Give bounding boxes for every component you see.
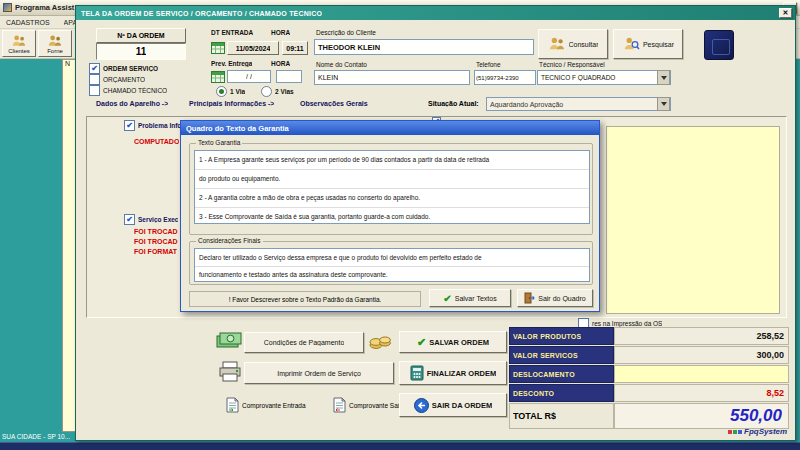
cash-icon [216,331,242,351]
brand-icon [728,430,742,434]
grand-total-label: TOTAL R$ [509,403,614,429]
warranty-text-group: Texto Garantia 1 - A Empresa garante seu… [189,143,593,235]
phone-field[interactable]: (51)99734-2390 [474,70,536,85]
save-order-button[interactable]: ✔ SALVAR ORDEM [399,331,507,353]
document-out-icon [333,397,346,413]
warranty-modal-titlebar: Quadro do Texto da Garantia [181,121,599,135]
total-row-value: 258,52 [614,327,789,345]
problem-checkbox[interactable]: ✔ Problema Infor [124,120,184,131]
total-row-value: 8,52 [614,384,789,402]
app-statusbar: SUA CIDADE - SP 10... [2,433,75,442]
situation-label: Situação Atual: [428,100,479,107]
warranty-modal: Quadro do Texto da Garantia Texto Garant… [180,120,600,312]
service-line: FOI TROCAD [134,228,178,235]
total-row-value: 300,00 [614,346,789,364]
entry-hour-value: 09:11 [282,41,308,55]
order-type-checkbox[interactable]: ✔ ORDEM SERVIÇO [89,63,158,74]
warranty-textarea[interactable]: 1 - A Empresa garante seus serviços por … [194,150,590,224]
search-button-label: Pesquisar [643,41,674,48]
background-list-header: N [63,60,75,67]
suppliers-icon [47,34,63,48]
save-texts-button[interactable]: ✔ Salvar Textos [429,289,511,307]
calculator-icon [410,365,424,381]
technician-label: Técnico / Responsável [539,61,605,68]
order-number-value: 11 [96,43,186,60]
clients-icon [11,34,27,48]
receipt-in-label: Comprovante Entrada [242,402,306,409]
warranty-line: do produto ou equipamento. [195,170,589,189]
check-icon: ✔ [417,337,426,347]
technician-select[interactable]: TECNICO F QUADRADO [537,70,671,85]
exit-frame-button[interactable]: Sair do Quadro [517,289,593,307]
chevron-down-icon[interactable] [657,70,670,85]
checkbox-icon [89,74,100,85]
toolbar-clients-button[interactable]: Clientes [2,30,36,57]
app-icon [3,3,12,12]
calendar-icon[interactable] [211,70,225,83]
entry-date-label: DT ENTRADA [211,29,253,36]
final-group-label: Considerações Finais [196,237,263,244]
final-considerations-group: Considerações Finais Declaro ter utiliza… [189,241,593,285]
tab-observacoes-gerais[interactable]: Observações Gerais [300,100,368,107]
background-list-panel: N [62,59,76,432]
printer-icon [218,361,242,383]
total-row-value [614,365,789,383]
techcall-type-checkbox[interactable]: CHAMADO TÉCNICO [89,85,167,96]
warranty-line: 2 - A garantia cobre a mão de obra e peç… [195,189,589,208]
budget-type-checkbox[interactable]: ORÇAMENTO [89,74,145,85]
taskbar[interactable] [0,442,800,450]
checkbox-icon: ✔ [89,63,100,74]
warranty-line: 3 - Esse Comprovante de Saída é sua gara… [195,208,589,224]
exit-order-button[interactable]: SAIR DA ORDEM [399,393,507,417]
client-desc-field[interactable]: THEODOR KLEIN [314,39,534,55]
search-button[interactable]: Pesquisar [613,29,683,59]
contact-field[interactable]: KLEIN [314,70,470,85]
delivery-label: Prev. Entrega [211,60,252,67]
final-line: funcionamento e testado antes da assinat… [195,267,589,282]
total-row-label: VALOR PRODUTOS [509,327,614,345]
final-textarea[interactable]: Declaro ter utilizado o Serviço dessa em… [194,248,590,282]
warranty-modal-title: Quadro do Texto da Garantia [186,124,289,133]
notes-memo[interactable] [606,126,780,314]
chevron-down-icon[interactable] [657,97,670,111]
consult-button[interactable]: Consultar [538,29,608,59]
consult-people-icon [548,36,566,52]
order-window-title: TELA DA ORDEM DE SERVIÇO / ORÇAMENTO / C… [81,10,322,17]
search-person-icon [622,36,640,52]
tab-principais-informacoes[interactable]: Principais Informações -> [189,100,274,107]
entry-date-value: 11/05/2024 [227,41,279,55]
total-row-label: VALOR SERVICOS [509,346,614,364]
final-line: Declaro ter utilizado o Serviço dessa em… [195,249,589,267]
service-checkbox[interactable]: ✔ Serviço Exec [124,214,178,225]
problem-text: COMPUTADO [134,138,179,145]
tab-dados-aparelho[interactable]: Dados do Aparelho -> [96,100,168,107]
via-1-radio[interactable]: 1 Via [216,86,245,97]
calendar-icon[interactable] [211,41,225,54]
toolbar-suppliers-button[interactable]: Forne [38,30,72,57]
toolbar-clients-label: Clientes [8,48,30,54]
check-icon: ✔ [443,294,451,303]
brand-logo: FpqSystem [728,427,787,436]
entry-hour-label: HORA [271,29,290,36]
toolbar-suppliers-label: Forne [47,48,63,54]
checkbox-icon [89,85,100,96]
delivery-date-field[interactable]: / / [227,70,271,83]
checkbox-icon: ✔ [124,120,135,131]
menu-cadastros[interactable]: CADASTROS [6,19,50,26]
receipt-in-button[interactable]: Comprovante Entrada [226,395,330,415]
finish-order-button[interactable]: FINALIZAR ORDEM [399,361,507,385]
warranty-group-label: Texto Garantia [196,139,242,146]
warranty-line: 1 - A Empresa garante seus serviços por … [195,151,589,170]
via-2-radio[interactable]: 2 Vias [261,86,294,97]
payment-conditions-button[interactable]: Condições de Pagamento [244,332,364,353]
coins-icon [368,331,394,351]
delivery-hour-field[interactable] [276,70,302,83]
radio-icon [261,86,272,97]
order-number-label: Nº DA ORDEM [96,28,186,43]
situation-select[interactable]: Aguardando Aprovação [486,97,671,111]
client-desc-label: Descrição do Cliente [316,29,376,36]
print-order-button[interactable]: Imprimir Ordem de Serviço [244,362,394,384]
service-line: FOI FORMAT [134,248,177,255]
order-window-close-button[interactable]: ✕ [779,8,792,18]
total-row-label: DESLOCAMENTO [509,365,614,383]
